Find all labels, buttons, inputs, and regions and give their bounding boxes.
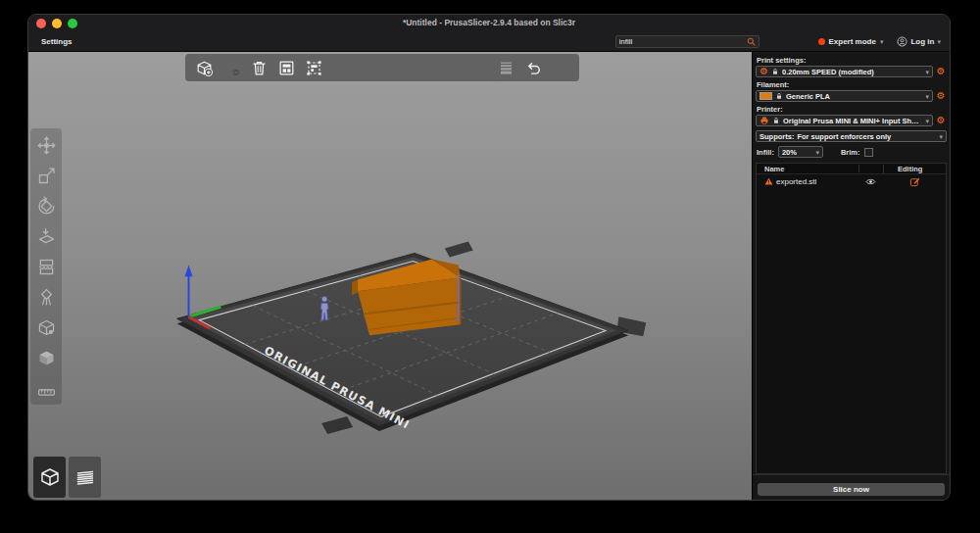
login-button[interactable]: Log in ▾	[897, 36, 941, 47]
expert-mode-select[interactable]: Expert mode ▾	[818, 37, 884, 46]
lock-icon	[775, 92, 783, 100]
printer-combo[interactable]: Original Prusa MINI & MINI+ Input Shaper…	[756, 115, 933, 126]
settings-menu[interactable]: Settings	[41, 37, 73, 46]
search-box[interactable]	[615, 35, 760, 48]
measure-tool[interactable]	[35, 377, 57, 399]
scale-tool[interactable]	[35, 165, 57, 186]
print-settings-gear-button[interactable]: ⚙	[935, 67, 947, 76]
search-input[interactable]	[619, 37, 747, 46]
arrange-selection-button[interactable]	[303, 57, 324, 78]
edit-icon[interactable]	[909, 176, 920, 187]
object-list: Name Editing exported.stl	[756, 163, 947, 474]
paste-button[interactable]	[358, 57, 379, 78]
chevron-down-icon: ▾	[880, 38, 884, 45]
arrange-button[interactable]	[275, 57, 297, 78]
editor-view-button[interactable]	[33, 457, 66, 498]
search-icon	[747, 37, 756, 46]
filament-combo[interactable]: Generic PLA ▾	[756, 90, 933, 102]
add-instance-button[interactable]	[385, 57, 407, 78]
variable-layer-height-button[interactable]	[495, 57, 516, 78]
login-label: Log in	[910, 37, 934, 46]
brim-checkbox[interactable]	[864, 148, 873, 157]
brim-label: Brim:	[841, 148, 860, 157]
mode-dot-icon	[818, 38, 825, 45]
redo-button[interactable]	[550, 57, 571, 78]
menu-bar: Settings Expert mode ▾ Log in ▾	[28, 31, 950, 51]
printer-label: Printer:	[757, 105, 946, 114]
3d-viewport[interactable]: ORIGINAL PRUSA MINI	[28, 52, 752, 501]
title-bar: *Untitled - PrusaSlicer-2.9.4 based on S…	[28, 15, 950, 52]
warning-icon	[764, 177, 773, 185]
settings-sidebar: Print settings: ⚙ 0.20mm SPEED (modified…	[752, 52, 950, 500]
sidebar-footer: Slice now	[753, 474, 950, 500]
cog-icon: ⚙	[760, 67, 768, 76]
editing-column-header: Editing	[883, 165, 946, 173]
chevron-down-icon: ▾	[939, 133, 943, 140]
slice-now-button[interactable]: Slice now	[758, 483, 945, 496]
cube-icon	[38, 465, 62, 489]
mode-label: Expert mode	[829, 37, 876, 46]
object-list-header: Name Editing	[757, 164, 946, 174]
emboss-text-tool[interactable]	[35, 347, 57, 368]
rotate-tool[interactable]	[35, 195, 57, 217]
eye-icon[interactable]	[865, 177, 876, 186]
split-to-objects-button[interactable]	[440, 57, 462, 78]
avatar-icon	[897, 36, 907, 47]
lock-icon	[771, 68, 779, 75]
app-window: *Untitled - PrusaSlicer-2.9.4 based on S…	[27, 14, 951, 501]
filament-gear-button[interactable]: ⚙	[935, 91, 947, 101]
undo-button[interactable]	[522, 57, 544, 78]
place-on-face-tool[interactable]	[35, 225, 57, 247]
chevron-down-icon: ▾	[925, 69, 929, 75]
split-to-parts-button[interactable]	[467, 57, 489, 78]
chevron-down-icon: ▾	[937, 38, 941, 45]
view-mode-buttons	[33, 457, 101, 498]
filament-swatch	[760, 92, 772, 100]
paint-supports-tool[interactable]	[35, 286, 57, 308]
window-title: *Untitled - PrusaSlicer-2.9.4 based on S…	[28, 18, 950, 27]
printer-gear-button[interactable]: ⚙	[935, 116, 947, 125]
object-row[interactable]: exported.stl	[757, 174, 946, 188]
chevron-down-icon: ▾	[925, 93, 929, 100]
delete-all-button[interactable]	[248, 57, 270, 78]
print-settings-combo[interactable]: ⚙ 0.20mm SPEED (modified) ▾	[756, 66, 933, 77]
3d-scene[interactable]: ORIGINAL PRUSA MINI	[28, 52, 752, 500]
infill-combo[interactable]: 20% ▾	[778, 146, 823, 158]
layers-stack-icon	[74, 465, 97, 489]
move-tool[interactable]	[35, 134, 57, 156]
preview-view-button[interactable]	[69, 457, 101, 498]
left-toolbar	[30, 128, 62, 405]
infill-label: Infill:	[757, 148, 774, 157]
copy-button[interactable]	[330, 57, 352, 78]
lock-icon	[772, 117, 780, 124]
supports-combo[interactable]: Supports: For support enforcers only ▾	[756, 130, 947, 142]
chevron-down-icon: ▾	[815, 149, 819, 156]
cut-tool[interactable]	[35, 256, 57, 277]
print-settings-label: Print settings:	[757, 56, 946, 65]
delete-object-button[interactable]	[220, 57, 242, 78]
seam-tool[interactable]	[35, 316, 57, 338]
object-name: exported.stl	[776, 177, 816, 186]
remove-instance-button[interactable]	[413, 57, 434, 78]
visibility-column-header	[858, 165, 883, 172]
chevron-down-icon: ▾	[925, 118, 929, 124]
printer-icon	[760, 116, 769, 125]
name-column-header: Name	[757, 165, 858, 173]
filament-label: Filament:	[757, 80, 946, 89]
top-toolbar	[185, 54, 579, 81]
add-object-button[interactable]	[193, 57, 215, 78]
